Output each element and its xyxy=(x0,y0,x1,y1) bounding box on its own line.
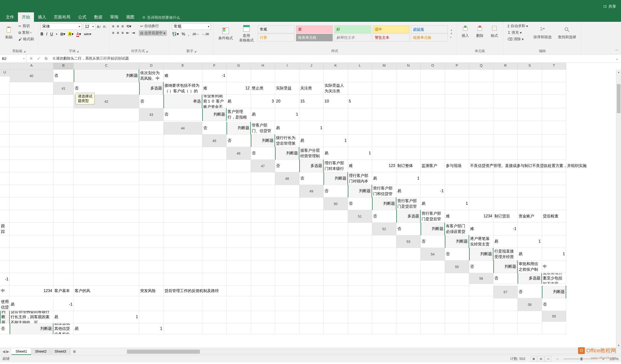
cell[interactable] xyxy=(139,210,163,223)
cell[interactable] xyxy=(372,147,396,160)
styles-more-icon[interactable]: ▾ xyxy=(450,36,453,39)
align-launcher-icon[interactable]: ◢ xyxy=(146,50,148,53)
cell[interactable] xyxy=(251,324,275,334)
tab-insert[interactable]: 插入 xyxy=(34,12,50,22)
cell[interactable] xyxy=(139,172,163,185)
cell[interactable]: 贷后管理办法规定，分管客户部门、信贷管理部门的副行长为贷 xyxy=(251,122,275,135)
decrease-decimal-icon[interactable]: ←.00 xyxy=(202,32,209,36)
cell[interactable]: 否 xyxy=(226,135,251,147)
cell[interactable] xyxy=(10,172,53,185)
cell[interactable] xyxy=(226,311,251,324)
cell[interactable] xyxy=(0,172,10,185)
cell[interactable] xyxy=(542,324,566,334)
cell[interactable] xyxy=(251,235,275,248)
style-normal[interactable]: 常规 xyxy=(258,25,294,33)
font-size-combo[interactable]: 12▾ xyxy=(83,24,95,30)
cell[interactable] xyxy=(493,298,518,311)
cell[interactable] xyxy=(139,235,163,248)
cell[interactable] xyxy=(139,198,163,210)
cell[interactable] xyxy=(0,261,10,273)
cell[interactable]: 禁止类 xyxy=(251,82,275,95)
cell[interactable] xyxy=(445,70,469,82)
cell[interactable]: 监测客户 xyxy=(421,160,445,172)
row-header[interactable]: 49 xyxy=(299,185,324,198)
cell[interactable]: 贷后管理办法所指经营行是指直接受理并经营管理信贷业务的行 xyxy=(493,248,518,261)
col-header-U[interactable]: U xyxy=(0,70,10,76)
cell[interactable]: 判断题 xyxy=(74,70,139,82)
cell[interactable]: 否 xyxy=(163,108,202,121)
cell[interactable] xyxy=(469,82,493,95)
cell[interactable] xyxy=(493,135,518,147)
cell[interactable]: 1234 xyxy=(469,210,493,223)
vscroll-thumb[interactable] xyxy=(617,84,621,113)
cell[interactable] xyxy=(0,248,10,261)
bold-button[interactable]: B xyxy=(40,32,43,36)
cell[interactable] xyxy=(74,235,139,248)
cell[interactable] xyxy=(202,273,226,286)
cell[interactable] xyxy=(372,261,396,273)
cell[interactable] xyxy=(53,198,74,210)
cell[interactable]: 1 xyxy=(74,311,139,324)
col-header-J[interactable]: J xyxy=(299,63,324,70)
decrease-indent-icon[interactable]: ⇤ xyxy=(126,31,129,35)
cell[interactable] xyxy=(275,248,299,261)
fx-icon[interactable]: fx xyxy=(45,56,48,61)
tab-view[interactable]: 视图 xyxy=(122,12,138,22)
cell[interactable]: 中 xyxy=(0,286,10,296)
cell[interactable]: 按照洗钱风险程度高低依次划分为高风险、中风险、中低风险和 xyxy=(139,70,163,82)
cell[interactable] xyxy=(139,147,163,160)
cell[interactable]: 制订贷后 xyxy=(493,210,518,223)
cell[interactable] xyxy=(53,210,74,223)
cell[interactable] xyxy=(226,198,251,210)
cell[interactable] xyxy=(542,147,566,160)
cell[interactable] xyxy=(275,235,299,248)
cell[interactable] xyxy=(518,324,542,334)
cell[interactable] xyxy=(202,185,226,198)
cell[interactable]: 判断题 xyxy=(348,185,372,198)
cell[interactable]: 参与现场 xyxy=(445,160,469,172)
cell[interactable]: -1 xyxy=(53,298,74,311)
cell[interactable] xyxy=(421,273,445,286)
cell[interactable] xyxy=(348,82,372,95)
scroll-up-icon[interactable]: ▲ xyxy=(616,70,621,74)
style-good[interactable]: 好 xyxy=(334,25,371,33)
cell[interactable]: 贷后管理办法办法所指客户管理行，是指根据客户分层经营管理 xyxy=(226,108,251,121)
wrap-text-button[interactable]: ↩自动换行 xyxy=(139,23,167,29)
cell[interactable] xyxy=(226,286,251,296)
cell[interactable] xyxy=(469,286,493,296)
cell[interactable] xyxy=(0,122,10,135)
cell[interactable] xyxy=(372,82,396,95)
cell[interactable] xyxy=(421,298,445,311)
cell[interactable] xyxy=(139,185,163,198)
font-color-button[interactable]: A▾ xyxy=(76,32,81,36)
cell[interactable] xyxy=(469,298,493,311)
view-pagebreak-icon[interactable]: ▭ xyxy=(545,356,552,362)
cut-button[interactable]: ✂剪切 xyxy=(17,23,35,29)
cell[interactable]: 难 xyxy=(445,210,469,223)
row-header[interactable]: 54 xyxy=(421,248,445,261)
border-button[interactable]: ⊞▾ xyxy=(60,32,65,36)
cell[interactable] xyxy=(493,172,518,185)
cell[interactable]: 1 xyxy=(324,135,348,147)
cell[interactable]: 1 xyxy=(396,172,421,185)
sheet-nav-next-icon[interactable]: ▶ xyxy=(6,349,9,354)
cell[interactable] xyxy=(445,311,469,324)
cell[interactable] xyxy=(53,273,74,286)
cell[interactable] xyxy=(348,311,372,324)
cell[interactable] xyxy=(226,160,251,172)
cell[interactable] xyxy=(469,95,493,108)
cell[interactable] xyxy=(74,172,139,185)
cell[interactable]: 否 xyxy=(493,273,518,284)
fill-button[interactable]: ↧填充 ▾ xyxy=(506,30,530,35)
cell[interactable] xyxy=(372,311,396,324)
conditional-format-button[interactable]: 条件格式 xyxy=(216,26,235,41)
cell[interactable] xyxy=(139,298,163,311)
cell[interactable]: -1 xyxy=(421,185,445,198)
cell[interactable] xyxy=(396,273,421,286)
cell[interactable] xyxy=(324,70,348,82)
cell[interactable] xyxy=(74,261,139,273)
cell[interactable] xyxy=(421,82,445,95)
cell[interactable] xyxy=(299,210,324,223)
cell[interactable] xyxy=(518,70,542,82)
cell[interactable]: 15 xyxy=(299,95,324,108)
